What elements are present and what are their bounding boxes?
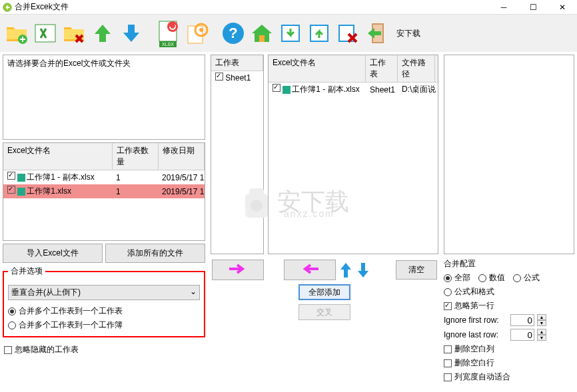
maximize-button[interactable]: ☐ xyxy=(518,0,548,15)
move-right-button[interactable] xyxy=(212,260,264,280)
svg-point-9 xyxy=(199,28,203,32)
opt-formula-radio[interactable]: 公式 xyxy=(513,272,540,284)
ignore-first-row-input[interactable] xyxy=(510,314,534,326)
window-title: 合并Excek文件 xyxy=(15,1,69,13)
cross-button[interactable]: 交叉 xyxy=(298,304,350,320)
svg-rect-2 xyxy=(35,25,55,42)
remove-folder-icon[interactable] xyxy=(60,18,87,49)
move-up-icon[interactable] xyxy=(89,18,116,49)
import-excel-button[interactable]: 导入Excel文件 xyxy=(3,244,103,263)
ignore-last-row-input[interactable] xyxy=(510,329,534,341)
add-folder-icon[interactable] xyxy=(3,18,30,49)
app-icon xyxy=(3,3,12,12)
settings-icon[interactable] xyxy=(183,18,210,49)
titlebar: 合并Excek文件 ─ ☐ ✕ xyxy=(0,0,577,15)
file-table-header: Excel文件名 工作表数量 修改日期 xyxy=(3,143,205,170)
help-icon[interactable]: ? xyxy=(219,18,247,49)
sheet-row[interactable]: Sheet1 xyxy=(211,71,263,84)
excel-icon[interactable] xyxy=(31,18,59,49)
merge-config-section: 合并配置 全部 数值 公式 公式和格式 忽略第一行 Ignore first r… xyxy=(444,257,574,384)
folder-prompt: 请选择要合并的Excel文件或文件夹 xyxy=(3,55,205,72)
opt-all-radio[interactable]: 全部 xyxy=(444,272,470,284)
svg-rect-12 xyxy=(259,35,265,42)
book-delete-icon[interactable] xyxy=(334,18,361,49)
sort-down-icon[interactable] xyxy=(356,262,370,279)
file-icon xyxy=(283,86,290,94)
folder-select-panel: 请选择要合并的Excel文件或文件夹 xyxy=(3,55,205,140)
move-left-button[interactable] xyxy=(284,260,336,280)
del-blank-row-checkbox[interactable]: 删除空白行 xyxy=(444,357,494,369)
right-preview-panel xyxy=(444,55,574,254)
config-title: 合并配置 xyxy=(444,257,574,271)
row-checkbox[interactable] xyxy=(7,186,15,194)
book-up-icon[interactable] xyxy=(305,18,332,49)
merge-direction-select[interactable]: 垂直合并(从上倒下) ⌄ xyxy=(8,285,200,300)
move-down-icon[interactable] xyxy=(117,18,145,49)
exit-icon[interactable] xyxy=(362,18,390,49)
merge-options-fieldset: 合并选项 垂直合并(从上倒下) ⌄ 合并多个工作表到一个工作表 合并多个工作表到… xyxy=(3,266,205,337)
svg-text:XLSX: XLSX xyxy=(162,42,174,47)
merge-to-sheet-radio[interactable]: 合并多个工作表到一个工作表 xyxy=(8,304,200,318)
spinner[interactable]: ▲▼ xyxy=(537,314,546,326)
row-checkbox[interactable] xyxy=(7,172,15,180)
file-icon xyxy=(17,174,25,182)
spinner[interactable]: ▲▼ xyxy=(537,329,546,341)
merge-to-workbook-radio[interactable]: 合并多个工作表到一个工作簿 xyxy=(8,318,200,332)
opt-num-radio[interactable]: 数值 xyxy=(478,272,505,284)
merge-legend: 合并选项 xyxy=(8,266,45,277)
sheet-checkbox[interactable] xyxy=(215,73,223,81)
add-all-files-button[interactable]: 添加所有的文件 xyxy=(105,244,205,263)
sheets-panel: 工作表 Sheet1 xyxy=(211,55,264,254)
ignore-first-checkbox[interactable]: 忽略第一行 xyxy=(444,300,494,311)
xlsx-icon[interactable]: XLSX xyxy=(154,18,181,49)
window-controls: ─ ☐ ✕ xyxy=(489,0,577,15)
brand-label: 安下载 xyxy=(396,28,420,39)
file-table: Excel文件名 工作表数量 修改日期 工作簿1 - 副本.xlsx 1 201… xyxy=(3,142,205,241)
home-icon[interactable] xyxy=(248,18,275,49)
table-row[interactable]: 工作簿1.xlsx 1 2019/5/17 1 xyxy=(3,184,205,198)
book-down-icon[interactable] xyxy=(277,18,304,49)
row-checkbox[interactable] xyxy=(273,84,281,92)
close-button[interactable]: ✕ xyxy=(548,0,577,15)
file-icon xyxy=(17,188,25,196)
del-blank-col-checkbox[interactable]: 删除空白列 xyxy=(444,343,494,355)
svg-point-4 xyxy=(167,21,178,32)
toolbar: XLSX ? 安下载 xyxy=(0,15,577,52)
excel-row[interactable]: 工作簿1 - 副本.xlsx Sheet1 D:\桌面说 xyxy=(269,83,438,97)
minimize-button[interactable]: ─ xyxy=(489,0,518,15)
add-all-button[interactable]: 全部添加 xyxy=(298,284,350,300)
excel-names-panel: Excel文件名 工作表 文件路径 工作簿1 - 副本.xlsx Sheet1 … xyxy=(268,55,438,254)
ignore-hidden-checkbox[interactable]: 忽略隐藏的工作表 xyxy=(3,340,205,359)
table-row[interactable]: 工作簿1 - 副本.xlsx 1 2019/5/17 1 xyxy=(3,170,205,184)
sort-up-icon[interactable] xyxy=(338,262,353,279)
chevron-down-icon: ⌄ xyxy=(190,287,197,298)
auto-width-checkbox[interactable]: 列宽度自动适合 xyxy=(444,371,510,383)
svg-text:?: ? xyxy=(229,25,237,41)
opt-formula-fmt-radio[interactable]: 公式和格式 xyxy=(444,286,494,297)
clear-button[interactable]: 清空 xyxy=(396,260,437,280)
